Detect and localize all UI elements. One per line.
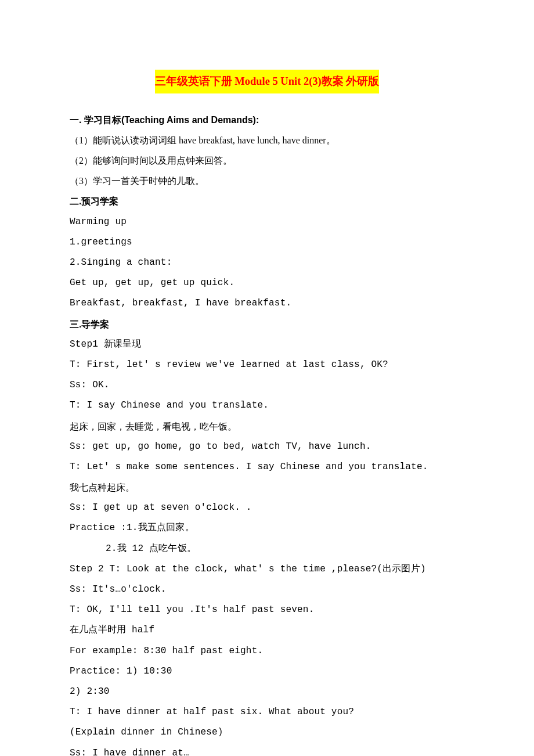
- body-line: 起床，回家，去睡觉，看电视，吃午饭。: [70, 416, 464, 437]
- body-line: T: Let' s make some sentences. I say Chi…: [70, 457, 464, 477]
- body-line: Ss: get up, go home, go to bed, watch TV…: [70, 437, 464, 457]
- body-line: Ss: It's…o'clock.: [70, 579, 464, 600]
- body-line: 在几点半时用 half: [70, 620, 464, 640]
- body-line: Step 2 T: Look at the clock, what' s the…: [70, 559, 464, 579]
- body-line: (Explain dinner in Chinese): [70, 722, 464, 743]
- section-1-item: （1）能听说认读动词词组 have breakfast, have lunch,…: [70, 130, 464, 150]
- section-2-heading: 二.预习学案: [70, 191, 464, 211]
- body-line: 2.Singing a chant:: [70, 253, 464, 273]
- document-title: 三年级英语下册 Module 5 Unit 2(3)教案 外研版: [155, 70, 380, 93]
- body-line: Warming up: [70, 212, 464, 232]
- body-line: 我七点种起床。: [70, 477, 464, 498]
- document-page: 三年级英语下册 Module 5 Unit 2(3)教案 外研版 一. 学习目标…: [0, 0, 534, 756]
- section-1-heading: 一. 学习目标(Teaching Aims and Demands):: [70, 110, 464, 130]
- body-line: Step1 新课呈现: [70, 334, 464, 355]
- body-line: Practice :1.我五点回家。: [70, 518, 464, 538]
- body-line: Practice: 1) 10:30: [70, 661, 464, 682]
- body-line: T: I say Chinese and you translate.: [70, 395, 464, 416]
- section-3-heading: 三.导学案: [70, 314, 464, 334]
- section-1-item: （3）学习一首关于时钟的儿歌。: [70, 171, 464, 191]
- section-1-item: （2）能够询问时间以及用点钟来回答。: [70, 150, 464, 171]
- body-line: Ss: I get up at seven o'clock. .: [70, 498, 464, 518]
- body-line: 2) 2:30: [70, 682, 464, 702]
- body-line: Get up, get up, get up quick.: [70, 273, 464, 293]
- body-line: Breakfast, breakfast, I have breakfast.: [70, 293, 464, 314]
- title-wrapper: 三年级英语下册 Module 5 Unit 2(3)教案 外研版: [70, 70, 464, 93]
- body-line: T: First, let' s review we've learned at…: [70, 355, 464, 375]
- body-line: 1.greetings: [70, 232, 464, 253]
- body-line: Ss: OK.: [70, 375, 464, 395]
- body-line: For example: 8:30 half past eight.: [70, 641, 464, 661]
- body-line: T: I have dinner at half past six. What …: [70, 702, 464, 722]
- body-line-indented: 2.我 12 点吃午饭。: [70, 539, 464, 559]
- body-line: T: OK, I'll tell you .It's half past sev…: [70, 600, 464, 620]
- body-line: Ss: I have dinner at…: [70, 743, 464, 757]
